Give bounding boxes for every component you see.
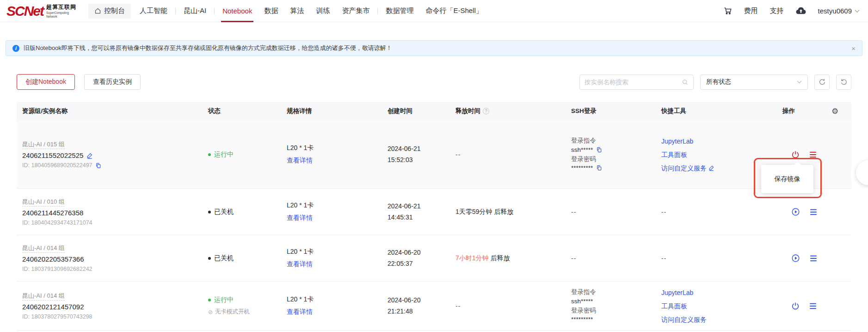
floating-helper-button[interactable] (856, 160, 868, 185)
nav-item-data-management[interactable]: 数据管理 (380, 0, 419, 22)
nav-item-eshell[interactable]: 命令行「E-Shell」 (419, 0, 488, 22)
info-icon: i (12, 45, 19, 52)
release-suffix: 后释放 (494, 208, 513, 215)
power-on-icon[interactable] (791, 254, 800, 263)
table-row: 昆山-AI / 015 组 2406211552022525 ID: 18040… (17, 120, 851, 189)
custom-service-link[interactable]: 访问自定义服务 (661, 316, 707, 323)
created-time: 22:05:37 (388, 258, 450, 269)
status-filter-select[interactable]: 所有状态 (700, 75, 808, 90)
cell-created: 2024-06-21 15:52:03 (382, 120, 450, 188)
cart-icon[interactable] (723, 6, 732, 15)
create-notebook-button[interactable]: 创建Notebook (17, 74, 75, 90)
cell-ssh: -- (566, 189, 656, 235)
instance-search-box (579, 75, 694, 90)
cell-tools: JupyterLab 工具面板 访问自定义服务 (656, 282, 777, 330)
table-row: 昆山-AI / 010 组 2406211445276358 ID: 18040… (17, 189, 851, 235)
reset-icon (840, 78, 848, 86)
table-header-row: 资源组/实例名称 状态 规格详情 创建时间 释放时间 ? SSH登录 快捷工具 … (17, 102, 851, 120)
nav-item-ai[interactable]: 人工智能 (134, 0, 173, 22)
copy-ssh-cmd-icon[interactable] (596, 147, 602, 153)
view-details-link[interactable]: 查看详情 (287, 308, 382, 316)
ssh-cmd-value: ssh***** (571, 145, 593, 155)
jupyterlab-link[interactable]: JupyterLab (661, 289, 693, 296)
cell-instance: 昆山-AI / 014 组 2406202205357366 ID: 18037… (17, 235, 203, 281)
view-history-button[interactable]: 查看历史实例 (84, 74, 141, 90)
cell-created: 2024-06-20 22:05:37 (382, 235, 450, 281)
nav-item-training[interactable]: 训练 (310, 0, 336, 22)
banner-close-icon[interactable]: × (851, 44, 856, 52)
copy-ssh-pwd-icon[interactable] (596, 165, 602, 171)
status-dot (208, 211, 211, 213)
copy-id-icon[interactable] (95, 163, 101, 169)
username: testyu0609 (818, 7, 852, 15)
nav-divider (377, 8, 378, 14)
view-details-link[interactable]: 查看详情 (287, 214, 382, 222)
view-details-link[interactable]: 查看详情 (287, 157, 382, 165)
jupyterlab-link[interactable]: JupyterLab (661, 138, 693, 144)
search-icon[interactable] (682, 79, 689, 86)
status-text: 运行中 (214, 150, 234, 159)
nav-fee[interactable]: 费用 (744, 6, 758, 15)
nav-support[interactable]: 支持 (770, 6, 784, 15)
chevron-down-icon (797, 80, 802, 84)
tool-panel-link[interactable]: 工具面板 (661, 151, 687, 158)
edit-name-icon[interactable] (86, 152, 93, 159)
nav-item-notebook[interactable]: Notebook (216, 0, 258, 22)
resource-group: 昆山-AI / 015 组 (22, 141, 65, 149)
more-actions-menu-icon[interactable] (809, 302, 817, 310)
status-text: 运行中 (214, 296, 234, 304)
release-countdown: 7小时1分钟 (456, 254, 489, 262)
banner-text: 旧版Notebook即将下线，您可以将原有镜像中数据保存至共享存储或固化原有镜像… (24, 44, 392, 52)
question-circle-icon[interactable]: ? (483, 108, 489, 114)
view-details-link[interactable]: 查看详情 (287, 260, 382, 269)
nav-item-console[interactable]: 控制台 (88, 4, 131, 19)
nav-divider (214, 8, 215, 14)
power-off-icon[interactable] (791, 302, 800, 310)
nav-item-kunshan-ai[interactable]: 昆山-AI (178, 0, 212, 22)
created-time: 14:45:31 (388, 212, 450, 223)
nav-item-asset-market[interactable]: 资产集市 (336, 0, 376, 22)
power-on-icon[interactable] (791, 207, 800, 216)
cloud-upload-icon[interactable] (796, 6, 806, 16)
nav-item-algorithm[interactable]: 算法 (284, 0, 310, 22)
header-tools: 快捷工具 (656, 107, 777, 115)
cell-status: 已关机 (203, 235, 281, 281)
column-settings-gear-icon[interactable]: ⚙ (831, 106, 838, 116)
more-actions-menu-icon[interactable] (809, 255, 818, 262)
refresh-button[interactable] (814, 75, 830, 90)
notebook-instance-table: 资源组/实例名称 状态 规格详情 创建时间 释放时间 ? SSH登录 快捷工具 … (17, 102, 851, 331)
cell-spec: L20 * 1卡 查看详情 (281, 282, 382, 330)
cell-instance: 昆山-AI / 014 组 2406202121457092 ID: 18037… (17, 282, 203, 330)
scnet-logo[interactable]: SCNet 超算互联网 SuperComputing Network (6, 3, 76, 19)
tool-panel-link[interactable]: 工具面板 (661, 303, 687, 309)
more-actions-menu-icon[interactable] (809, 208, 818, 216)
instance-name: 2406211445276358 (22, 209, 83, 217)
header-resource-group: 资源组/实例名称 (17, 107, 203, 115)
created-date: 2024-06-20 (388, 247, 450, 258)
user-menu[interactable]: testyu0609 (818, 7, 860, 15)
nav-divider (175, 8, 176, 14)
nav-item-data[interactable]: 数据 (258, 0, 284, 22)
spec-text: L20 * 1卡 (287, 201, 382, 210)
toolbar: 创建Notebook 查看历史实例 所有状态 (17, 74, 851, 90)
ssh-pwd-label: 登录密码 (571, 155, 656, 164)
instance-name: 2406202121457092 (22, 303, 84, 311)
cell-status: 已关机 (203, 189, 281, 235)
created-date: 2024-06-20 (388, 295, 450, 306)
cell-actions (777, 235, 826, 281)
refresh-icon (819, 78, 826, 86)
reset-button[interactable] (836, 75, 851, 90)
cell-tools: -- (656, 189, 777, 235)
edit-custom-service-icon[interactable] (708, 165, 714, 171)
custom-service-link[interactable]: 访问自定义服务 (661, 165, 707, 171)
cell-ssh: 登录指令 ssh***** 登录密码 ********* (566, 120, 656, 188)
more-actions-menu-icon[interactable] (809, 151, 817, 158)
save-image-menu-item[interactable]: 保存镜像 (761, 165, 813, 193)
status-dot (208, 153, 211, 156)
cell-actions (777, 282, 826, 330)
table-row: 昆山-AI / 014 组 2406202121457092 ID: 18037… (17, 282, 851, 331)
power-off-icon[interactable] (791, 150, 800, 159)
instance-search-input[interactable] (585, 79, 682, 86)
release-countdown: 1天零59分钟 (456, 208, 492, 215)
cell-ssh: 登录指令 ssh***** 登录密码 ********* (566, 282, 656, 330)
